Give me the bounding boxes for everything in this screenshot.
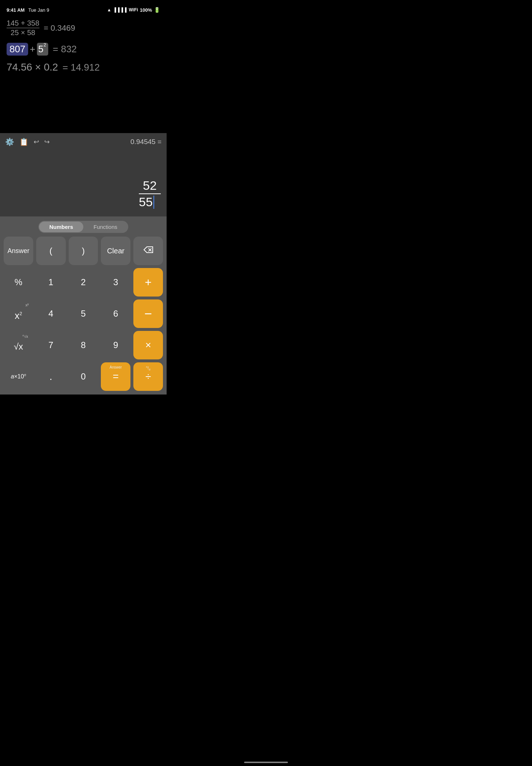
status-right: ▲ ▐▐▐▐ WiFi 100% 🔋 (107, 7, 160, 13)
status-bar: 9:41 AM Tue Jan 9 ▲ ▐▐▐▐ WiFi 100% 🔋 (0, 0, 167, 16)
multiply-label: × (145, 339, 151, 351)
key-1-button[interactable]: 1 (36, 268, 66, 297)
keyboard-tabs: Numbers Functions (0, 216, 167, 237)
plus-sign: + (30, 44, 35, 55)
clear-label: Clear (107, 247, 125, 255)
time: 9:41 AM (7, 7, 24, 13)
key-7-label: 7 (49, 340, 53, 350)
backspace-button[interactable] (133, 237, 163, 265)
answer-label: Answer (7, 247, 29, 255)
current-value-display: 0.94545 = (130, 138, 162, 146)
divide-label: ÷ (145, 371, 151, 382)
current-numerator: 52 (139, 178, 161, 194)
key-5-button[interactable]: 5 (69, 299, 98, 328)
history-result-1: = 0.3469 (44, 23, 75, 33)
sci-notation-button[interactable]: a×10n (4, 362, 33, 391)
history-area: 145 + 358 25 × 58 = 0.3469 807 + 52 = 83… (0, 16, 167, 133)
equals-label: = (113, 371, 119, 382)
key-8-label: 8 (81, 340, 86, 350)
highlight-807: 807 (7, 43, 28, 56)
signal-icon: ▐▐▐▐ (113, 7, 127, 12)
divide-button[interactable]: n/d ÷ (133, 362, 163, 391)
key-2-button[interactable]: 2 (69, 268, 98, 297)
percent-button[interactable]: % (4, 268, 33, 297)
decimal-label: . (49, 371, 52, 382)
toolbar: ⚙️ 📋 ↩ ↪ 0.94545 = (0, 133, 167, 151)
minus-button[interactable]: − (133, 299, 163, 328)
equals-button[interactable]: Answer = (101, 362, 130, 391)
fraction-expr-1: 145 + 358 25 × 58 (7, 19, 39, 37)
gear-icon[interactable]: ⚙️ (5, 137, 14, 146)
tab-container: Numbers Functions (38, 221, 128, 233)
keyboard-area: Numbers Functions Answer ( ) Clear (0, 216, 167, 395)
wifi-icon: WiFi (129, 7, 138, 12)
history-entry-1: 145 + 358 25 × 58 = 0.3469 (7, 19, 160, 37)
key-3-label: 3 (113, 277, 118, 287)
sqrt-button[interactable]: n√x √x (4, 331, 33, 359)
close-paren-button[interactable]: ) (69, 237, 98, 265)
key-1-label: 1 (49, 277, 53, 287)
key-6-label: 6 (113, 309, 118, 319)
key-2-label: 2 (81, 277, 86, 287)
x2-label: x2 (15, 310, 22, 321)
status-left: 9:41 AM Tue Jan 9 (7, 7, 49, 13)
key-4-button[interactable]: 4 (36, 299, 66, 328)
open-paren-label: ( (49, 246, 52, 256)
cursor (153, 196, 154, 209)
nth-root-sub-label: n√x (23, 334, 28, 339)
nd-sub-label: n/d (146, 365, 151, 371)
x2-button[interactable]: xy x2 (4, 299, 33, 328)
button-grid: Answer ( ) Clear % 1 (0, 237, 167, 395)
sqrt-label: √x (14, 342, 23, 352)
date: Tue Jan 9 (28, 7, 49, 13)
percent-label: % (15, 277, 22, 287)
undo-icon[interactable]: ↩ (34, 138, 39, 146)
history-entry-2: 807 + 52 = 832 (7, 43, 160, 56)
toolbar-left: ⚙️ 📋 ↩ ↪ (5, 137, 50, 146)
minus-label: − (144, 307, 152, 320)
decimal-button[interactable]: . (36, 362, 66, 391)
key-0-label: 0 (81, 371, 86, 382)
key-6-button[interactable]: 6 (101, 299, 130, 328)
key-0-button[interactable]: 0 (69, 362, 98, 391)
plus-label: + (145, 276, 152, 289)
current-denominator: 55 (139, 194, 161, 209)
key-3-button[interactable]: 3 (101, 268, 130, 297)
redo-icon[interactable]: ↪ (44, 138, 50, 146)
current-fraction: 52 55 (139, 178, 161, 209)
key-9-button[interactable]: 9 (101, 331, 130, 359)
key-7-button[interactable]: 7 (36, 331, 66, 359)
multiply-button[interactable]: × (133, 331, 163, 359)
key-5-label: 5 (81, 309, 86, 319)
plus-button[interactable]: + (133, 268, 163, 297)
history-result-3: = 14.912 (62, 62, 100, 73)
clear-button[interactable]: Clear (101, 237, 130, 265)
key-8-button[interactable]: 8 (69, 331, 98, 359)
xy-sub-label: xy (26, 302, 29, 307)
close-paren-label: ) (82, 246, 85, 256)
answer-sub-label: Answer (110, 365, 122, 369)
clipboard-icon[interactable]: 📋 (19, 137, 28, 146)
location-icon: ▲ (107, 7, 111, 12)
expr-74: 74.56 × 0.2 (7, 61, 58, 73)
battery-label: 100% (140, 7, 152, 13)
fraction-numerator-1: 145 + 358 (7, 19, 39, 28)
current-expr-area: 52 55 (0, 151, 167, 216)
battery-icon: 🔋 (154, 7, 160, 13)
key-9-label: 9 (113, 340, 118, 350)
fraction-denominator-1: 25 × 58 (7, 28, 39, 37)
tab-numbers[interactable]: Numbers (39, 222, 83, 232)
backspace-icon (143, 245, 154, 256)
key-4-label: 4 (49, 309, 53, 319)
sci-notation-label: a×10n (11, 373, 26, 380)
superscript-5-2: 52 (37, 43, 49, 56)
open-paren-button[interactable]: ( (36, 237, 66, 265)
history-entry-3: 74.56 × 0.2 = 14.912 (7, 61, 160, 73)
history-result-2: = 832 (53, 44, 77, 55)
answer-button[interactable]: Answer (4, 237, 33, 265)
tab-functions[interactable]: Functions (83, 222, 128, 232)
